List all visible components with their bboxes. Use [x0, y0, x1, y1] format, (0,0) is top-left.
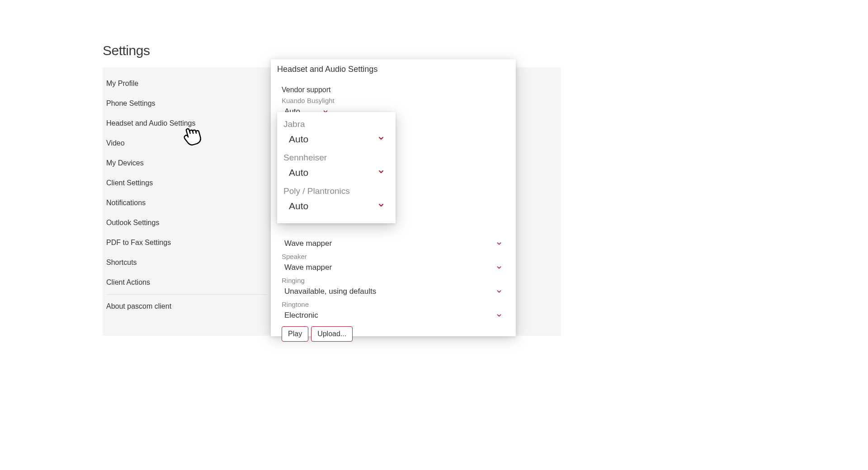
ringing-label: Ringing [282, 277, 505, 284]
sidebar-item-label: About pascom client [106, 302, 171, 310]
sidebar-item-label: My Devices [106, 159, 144, 167]
vendor-support-section: Vendor support [282, 86, 505, 94]
bottom-group: Wave mapper Speaker Wave mapper Ringing … [282, 236, 505, 342]
vendor-jabra-select[interactable]: Auto [283, 130, 389, 148]
speaker-select[interactable]: Wave mapper [282, 260, 505, 275]
sidebar-item-shortcuts[interactable]: Shortcuts [103, 253, 271, 273]
vendor-sennheiser-select-value: Auto [289, 167, 308, 178]
sidebar-item-about[interactable]: About pascom client [103, 296, 271, 316]
sidebar-item-label: Client Actions [106, 278, 150, 286]
sidebar-item-notifications[interactable]: Notifications [103, 193, 271, 213]
vendor-sennheiser-select[interactable]: Auto [283, 164, 389, 182]
sidebar-item-outlook-settings[interactable]: Outlook Settings [103, 213, 271, 233]
ringtone-select-value: Electronic [284, 311, 318, 320]
speaker-label: Speaker [282, 253, 505, 260]
ringing-select[interactable]: Unavailable, using defaults [282, 284, 505, 299]
sidebar-item-label: Notifications [106, 199, 146, 207]
sidebar-item-label: Phone Settings [106, 99, 156, 107]
sidebar-item-label: Client Settings [106, 179, 153, 187]
page-title: Settings [103, 43, 561, 58]
vendor-jabra-label: Jabra [283, 119, 389, 129]
sidebar-item-my-profile[interactable]: My Profile [103, 74, 271, 94]
chevron-down-icon [377, 135, 385, 144]
kuando-label: Kuando Busylight [282, 97, 505, 104]
sidebar-item-phone-settings[interactable]: Phone Settings [103, 94, 271, 113]
chevron-down-icon [496, 240, 502, 247]
vendor-poly-label: Poly / Plantronics [283, 186, 389, 196]
sidebar-item-label: Video [106, 139, 125, 147]
ringtone-select[interactable]: Electronic [282, 308, 505, 323]
speaker-select-value: Wave mapper [284, 263, 332, 272]
chevron-down-icon [377, 202, 385, 211]
vendor-jabra-select-value: Auto [289, 134, 308, 145]
sidebar-item-label: Shortcuts [106, 258, 137, 266]
sidebar-item-my-devices[interactable]: My Devices [103, 153, 271, 173]
chevron-down-icon [496, 312, 502, 319]
chevron-down-icon [496, 288, 502, 295]
vendor-sennheiser-label: Sennheiser [283, 153, 389, 163]
ringing-select-value: Unavailable, using defaults [284, 287, 376, 296]
mic-select[interactable]: Wave mapper [282, 236, 505, 251]
ringing-block: Ringing Unavailable, using defaults [282, 277, 505, 299]
settings-sidebar: My Profile Phone Settings Headset and Au… [103, 67, 271, 336]
upload-button[interactable]: Upload... [311, 326, 353, 342]
vendor-popup: Jabra Auto Sennheiser Auto Poly / Plantr… [277, 112, 396, 223]
sidebar-item-label: My Profile [106, 80, 138, 87]
vendor-poly-select[interactable]: Auto [283, 197, 389, 215]
ringtone-block: Ringtone Electronic [282, 301, 505, 323]
sidebar-item-pdf-to-fax[interactable]: PDF to Fax Settings [103, 233, 271, 253]
ringtone-label: Ringtone [282, 301, 505, 308]
sidebar-item-label: Outlook Settings [106, 219, 159, 226]
chevron-down-icon [377, 168, 385, 177]
sidebar-item-client-settings[interactable]: Client Settings [103, 173, 271, 193]
sidebar-divider [106, 294, 267, 295]
pointer-cursor-icon [180, 124, 203, 150]
panel-title: Headset and Audio Settings [271, 59, 516, 78]
sidebar-item-client-actions[interactable]: Client Actions [103, 273, 271, 292]
play-button[interactable]: Play [282, 326, 308, 342]
chevron-down-icon [496, 264, 502, 271]
speaker-block: Speaker Wave mapper [282, 253, 505, 275]
mic-select-value: Wave mapper [284, 239, 332, 248]
vendor-poly-select-value: Auto [289, 201, 308, 212]
ringtone-buttons: Play Upload... [282, 326, 505, 342]
sidebar-item-label: PDF to Fax Settings [106, 239, 171, 246]
